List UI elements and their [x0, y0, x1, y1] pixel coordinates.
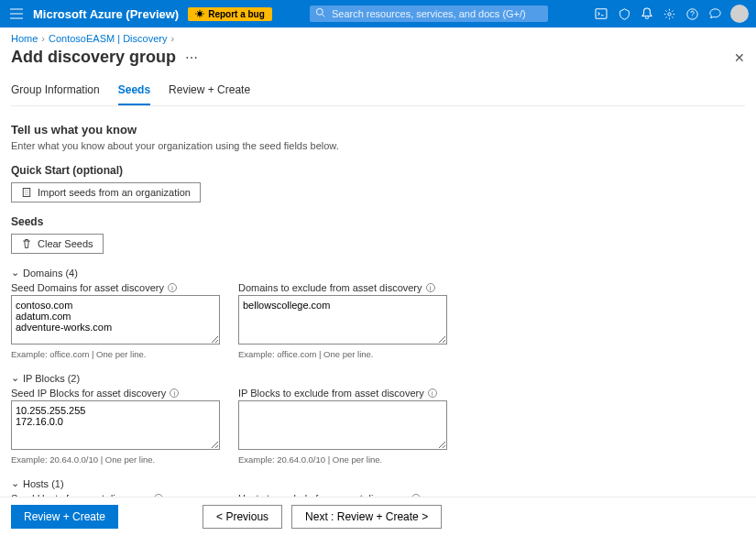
section-domains-toggle[interactable]: ⌄ Domains (4): [11, 267, 745, 279]
exclude-domains-textarea[interactable]: [238, 295, 447, 345]
seed-domains-example: Example: office.com | One per line.: [11, 349, 220, 359]
exclude-ipblocks-example: Example: 20.64.0.0/10 | One per line.: [238, 454, 447, 465]
review-create-button[interactable]: Review + Create: [11, 505, 118, 529]
tab-seeds[interactable]: Seeds: [118, 78, 150, 105]
report-bug-label: Report a bug: [208, 9, 265, 19]
help-icon[interactable]: [686, 8, 698, 20]
page-title: Add discovery group: [11, 48, 176, 67]
exclude-domains-example: Example: office.com | One per line.: [238, 349, 447, 359]
intro-subtext: Enter what you know about your organizat…: [11, 140, 745, 151]
info-icon[interactable]: i: [426, 283, 435, 292]
more-actions-icon[interactable]: ⋯: [185, 50, 198, 65]
exclude-domains-label: Domains to exclude from asset discovery: [238, 282, 422, 293]
organization-icon: [21, 187, 32, 198]
svg-rect-5: [23, 189, 30, 197]
chevron-down-icon: ⌄: [11, 267, 19, 279]
breadcrumb: Home › ContosoEASM | Discovery ›: [0, 27, 756, 46]
tab-review-create[interactable]: Review + Create: [169, 78, 250, 105]
notifications-icon[interactable]: [641, 7, 652, 20]
clear-seeds-button[interactable]: Clear Seeds: [11, 234, 104, 254]
seeds-label: Seeds: [11, 215, 745, 228]
section-ipblocks-toggle[interactable]: ⌄ IP Blocks (2): [11, 372, 745, 384]
clear-seeds-label: Clear Seeds: [38, 238, 93, 249]
breadcrumb-discovery[interactable]: ContosoEASM | Discovery: [49, 33, 167, 44]
quickstart-label: Quick Start (optional): [11, 164, 745, 177]
svg-point-1: [316, 8, 323, 15]
previous-button[interactable]: < Previous: [203, 505, 282, 529]
intro-heading: Tell us what you know: [11, 123, 745, 137]
brand-title: Microsoft Azure (Preview): [33, 7, 179, 21]
seed-ipblocks-label: Seed IP Blocks for asset discovery: [11, 388, 166, 399]
chevron-down-icon: ⌄: [11, 372, 19, 384]
chevron-right-icon: ›: [41, 33, 45, 44]
section-hosts-title: Hosts (1): [23, 478, 64, 489]
report-bug-button[interactable]: Report a bug: [188, 7, 272, 21]
settings-icon[interactable]: [663, 8, 675, 20]
feedback-icon[interactable]: [709, 8, 721, 20]
hamburger-menu-icon[interactable]: [7, 8, 26, 19]
svg-rect-2: [596, 9, 607, 18]
tab-group-information[interactable]: Group Information: [11, 78, 100, 105]
breadcrumb-home[interactable]: Home: [11, 33, 38, 44]
svg-point-3: [668, 12, 671, 15]
info-icon[interactable]: i: [168, 283, 177, 292]
cloud-shell-icon[interactable]: [595, 8, 608, 19]
section-hosts-toggle[interactable]: ⌄ Hosts (1): [11, 477, 745, 489]
seed-ipblocks-textarea[interactable]: [11, 400, 220, 450]
section-ipblocks-title: IP Blocks (2): [23, 373, 80, 384]
close-icon[interactable]: ✕: [734, 50, 745, 65]
user-avatar[interactable]: [730, 5, 749, 23]
exclude-ipblocks-label: IP Blocks to exclude from asset discover…: [238, 388, 424, 399]
chevron-right-icon: ›: [170, 33, 174, 44]
tab-bar: Group Information Seeds Review + Create: [11, 72, 745, 106]
global-search-input[interactable]: [310, 5, 548, 22]
info-icon[interactable]: i: [170, 388, 179, 398]
search-icon: [315, 7, 325, 20]
directories-icon[interactable]: [619, 8, 630, 20]
exclude-ipblocks-textarea[interactable]: [238, 400, 447, 450]
seed-ipblocks-example: Example: 20.64.0.0/10 | One per line.: [11, 454, 220, 465]
seed-domains-label: Seed Domains for asset discovery: [11, 282, 164, 293]
chevron-down-icon: ⌄: [11, 477, 19, 489]
section-domains-title: Domains (4): [23, 268, 78, 279]
seed-domains-textarea[interactable]: [11, 295, 220, 345]
import-seeds-label: Import seeds from an organization: [38, 187, 191, 198]
next-button[interactable]: Next : Review + Create >: [291, 505, 442, 529]
trash-icon: [21, 238, 32, 249]
import-seeds-button[interactable]: Import seeds from an organization: [11, 182, 201, 202]
info-icon[interactable]: i: [428, 388, 437, 398]
